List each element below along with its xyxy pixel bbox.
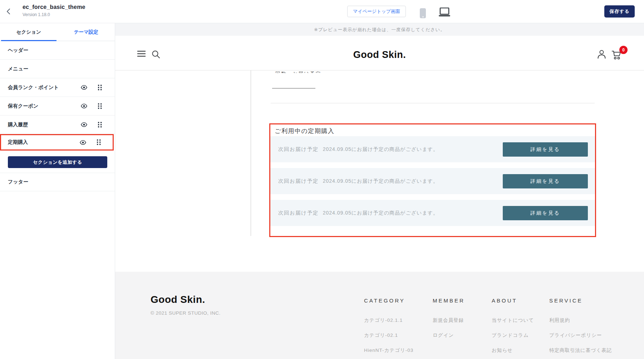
preview-pane: ※プレビュー表示が崩れた場合は、一度保存してください。 Good xyxy=(115,23,644,359)
desktop-preview-icon[interactable] xyxy=(438,8,451,17)
eye-icon[interactable] xyxy=(81,85,87,90)
eye-icon[interactable] xyxy=(81,104,87,108)
sidebar-item-subscription-selected[interactable]: 定期購入 xyxy=(0,134,114,151)
sidebar-item-label: ヘッダー xyxy=(8,47,28,54)
save-button[interactable]: 保存する xyxy=(604,5,635,18)
footer-copyright: © 2021 SUPER STUDIO, INC. xyxy=(151,310,221,316)
eye-icon[interactable] xyxy=(81,122,87,127)
shop-logo[interactable]: Good Skin. xyxy=(115,49,644,60)
shop-footer: Good Skin. © 2021 SUPER STUDIO, INC. CAT… xyxy=(115,272,644,359)
footer-heading: SERVICE xyxy=(549,297,612,304)
eye-icon[interactable] xyxy=(80,140,86,145)
content-divider xyxy=(251,70,251,236)
next-delivery-message: 2024.09.05にお届け予定の商品がございます。 xyxy=(323,146,438,153)
tab-theme-settings[interactable]: テーマ設定 xyxy=(58,23,115,41)
sidebar-item-label: 保有クーポン xyxy=(8,103,38,109)
sidebar-item-label: メニュー xyxy=(8,66,28,72)
back-button[interactable] xyxy=(6,8,11,15)
next-delivery-message: 2024.09.05にお届け予定の商品がございます。 xyxy=(323,178,438,185)
footer-heading: CATEGORY xyxy=(364,297,413,304)
next-delivery-label: 次回お届け予定 xyxy=(278,178,319,185)
sidebar-item-header[interactable]: ヘッダー xyxy=(0,41,115,60)
view-details-button[interactable]: 詳細を見る xyxy=(503,206,588,220)
add-section-button[interactable]: セクションを追加する xyxy=(8,156,107,168)
add-section-wrap: セクションを追加する xyxy=(0,151,115,173)
view-details-button[interactable]: 詳細を見る xyxy=(503,142,588,157)
footer-link[interactable]: カテゴリ-02.1 xyxy=(364,332,413,339)
sidebar-item-member-rank[interactable]: 会員ランク・ポイント xyxy=(0,78,115,97)
sidebar-item-label: 購入履歴 xyxy=(8,122,28,128)
footer-column-member: MEMBER 新規会員登録 ログイン xyxy=(433,297,465,347)
tab-underline xyxy=(272,88,315,89)
next-delivery-label: 次回お届け予定 xyxy=(278,146,319,153)
tab-sections[interactable]: セクション xyxy=(0,23,58,41)
footer-column-service: SERVICE 利用規約 プライバシーポリシー 特定商取引法に基づく表記 xyxy=(549,297,612,359)
next-delivery-label: 次回お届け予定 xyxy=(278,210,319,216)
footer-link[interactable]: 利用規約 xyxy=(549,317,612,324)
footer-link[interactable]: プライバシーポリシー xyxy=(549,332,612,339)
subscription-row: 次回お届け予定 2024.09.05にお届け予定の商品がございます。 詳細を見る xyxy=(270,200,595,226)
footer-column-about: ABOUT 当サイトについて ブランドコラム お知らせ xyxy=(492,297,534,359)
footer-heading: MEMBER xyxy=(433,297,465,304)
sidebar-item-menu[interactable]: メニュー xyxy=(0,60,115,78)
footer-link[interactable]: 当サイトについて xyxy=(492,317,534,324)
drag-handle-icon[interactable] xyxy=(98,85,102,90)
footer-link[interactable]: ログイン xyxy=(433,332,465,339)
footer-link[interactable]: HienNT-カテゴリ-03 xyxy=(364,347,413,354)
footer-link[interactable]: 新規会員登録 xyxy=(433,317,465,324)
sidebar-item-label: フッター xyxy=(8,179,28,185)
page-selector-button[interactable]: マイページトップ画面 xyxy=(347,6,406,17)
sidebar-item-footer[interactable]: フッター xyxy=(0,173,115,191)
section-divider-line xyxy=(271,103,595,103)
footer-link[interactable]: ブランドコラム xyxy=(492,332,534,339)
sidebar: セクション テーマ設定 ヘッダー メニュー 会員ランク・ポイント xyxy=(0,23,115,359)
topbar: ec_force_basic_theme Version 1.18.0 マイペー… xyxy=(0,0,644,23)
sidebar-item-label: 会員ランク・ポイント xyxy=(8,84,59,91)
cart-badge: 0 xyxy=(619,46,628,54)
footer-link[interactable]: お知らせ xyxy=(492,347,534,354)
user-icon[interactable] xyxy=(597,49,606,59)
theme-title: ec_force_basic_theme xyxy=(23,4,85,10)
drag-handle-icon[interactable] xyxy=(97,139,101,145)
shop-page-preview: Good Skin. 0 回数・ xyxy=(115,36,644,272)
drag-handle-icon[interactable] xyxy=(98,103,102,109)
sidebar-tabs: セクション テーマ設定 xyxy=(0,23,115,41)
footer-heading: ABOUT xyxy=(492,297,534,304)
chevron-left-icon xyxy=(6,8,11,15)
preview-notice: ※プレビュー表示が崩れた場合は、一度保存してください。 xyxy=(115,27,644,33)
sidebar-item-purchase-history[interactable]: 購入履歴 xyxy=(0,115,115,134)
theme-version: Version 1.18.0 xyxy=(23,12,50,17)
theme-editor: ec_force_basic_theme Version 1.18.0 マイペー… xyxy=(0,0,644,359)
footer-link[interactable]: カテゴリ-02.1.1 xyxy=(364,317,413,324)
sidebar-item-coupons[interactable]: 保有クーポン xyxy=(0,97,115,115)
footer-logo: Good Skin. xyxy=(151,294,205,305)
subscription-section-highlight: ご利用中の定期購入 次回お届け予定 2024.09.05にお届け予定の商品がござ… xyxy=(269,123,596,237)
footer-link[interactable]: 特定商取引法に基づく表記 xyxy=(549,347,612,354)
subscription-row: 次回お届け予定 2024.09.05にお届け予定の商品がございます。 詳細を見る xyxy=(270,168,595,194)
subscription-row: 次回お届け予定 2024.09.05にお届け予定の商品がございます。 詳細を見る xyxy=(270,136,595,162)
footer-column-category: CATEGORY カテゴリ-02.1.1 カテゴリ-02.1 HienNT-カテ… xyxy=(364,297,413,359)
next-delivery-message: 2024.09.05にお届け予定の商品がございます。 xyxy=(323,210,438,216)
shop-header: Good Skin. 0 xyxy=(115,36,644,70)
smartphone-preview-icon[interactable] xyxy=(420,8,426,18)
clipped-scrolled-text: 回数・お届け予定 xyxy=(275,70,329,73)
sidebar-item-label: 定期購入 xyxy=(8,139,28,146)
view-details-button[interactable]: 詳細を見る xyxy=(503,174,588,188)
drag-handle-icon[interactable] xyxy=(98,122,102,128)
subscription-section-title: ご利用中の定期購入 xyxy=(275,127,595,136)
